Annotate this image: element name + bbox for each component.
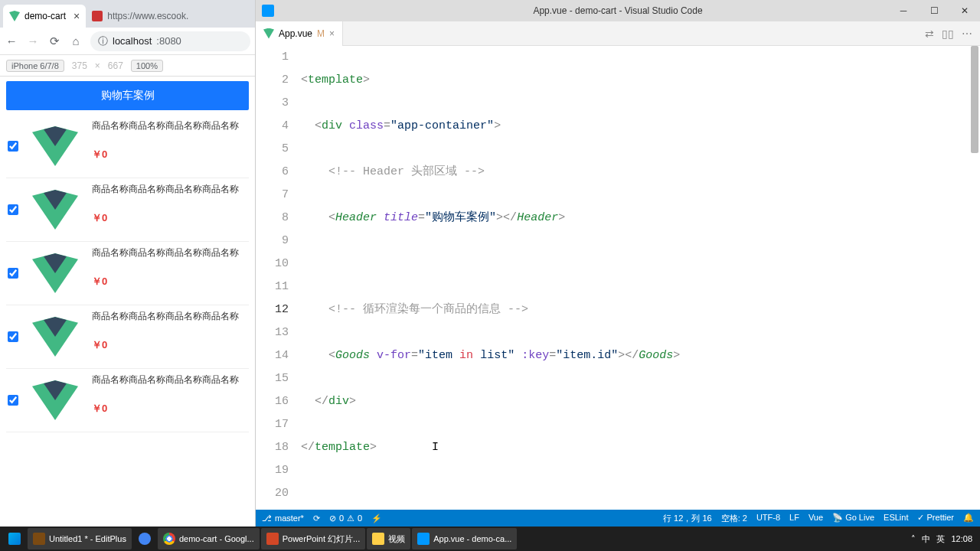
vue-logo-icon	[32, 253, 78, 293]
chrome-browser: demo-cart × https://www.escook. ← → ⟳ ⌂ …	[0, 0, 256, 527]
system-tray[interactable]: ˄ 中 英 12:08	[911, 533, 977, 545]
cart-item: 商品名称商品名称商品名称商品名称￥0	[6, 242, 249, 305]
item-checkbox[interactable]	[8, 268, 18, 279]
item-thumb	[24, 183, 86, 236]
ime-mode[interactable]: 英	[936, 533, 945, 545]
eol[interactable]: LF	[789, 513, 799, 524]
item-name: 商品名称商品名称商品名称商品名称	[92, 119, 247, 132]
preview-viewport[interactable]: 购物车案例 商品名称商品名称商品名称商品名称￥0 商品名称商品名称商品名称商品名…	[0, 77, 255, 527]
more-icon[interactable]: ⋯	[962, 28, 972, 40]
chrome-icon	[163, 533, 175, 545]
cart-item: 商品名称商品名称商品名称商品名称￥0	[6, 178, 249, 242]
vue-logo-icon	[32, 190, 78, 230]
cart-item: 商品名称商品名称商品名称商品名称￥0	[6, 369, 249, 432]
ime-indicator[interactable]: 中	[922, 533, 930, 545]
browser-tab-bar: demo-cart × https://www.escook.	[0, 0, 255, 28]
browser-toolbar: ← → ⟳ ⌂ ⓘ localhost:8080	[0, 28, 255, 55]
viewport-height: 667	[108, 60, 123, 71]
info-icon: ⓘ	[98, 34, 108, 48]
problems[interactable]: ⊘0 ⚠0	[329, 514, 362, 523]
code-editor[interactable]: 123456789101112131415161718192021 <templ…	[256, 46, 980, 527]
app-icon	[139, 533, 151, 545]
vscode-titlebar: App.vue - demo-cart - Visual Studio Code…	[256, 0, 980, 21]
vue-logo-icon	[32, 317, 78, 357]
error-icon: ⊘	[329, 514, 336, 523]
tab-title: https://www.escook.	[107, 11, 188, 21]
vue-logo-icon	[32, 380, 78, 420]
notifications-icon[interactable]: 🔔	[963, 513, 974, 524]
item-name: 商品名称商品名称商品名称商品名称	[92, 310, 247, 323]
compare-icon[interactable]: ⇄	[925, 28, 934, 40]
maximize-button[interactable]: ☐	[919, 0, 949, 21]
item-checkbox[interactable]	[8, 395, 18, 406]
vue-icon	[9, 11, 20, 21]
split-icon[interactable]: ▯▯	[942, 28, 954, 40]
editplus-icon	[33, 533, 45, 545]
item-name: 商品名称商品名称商品名称商品名称	[92, 183, 247, 196]
vscode-window: App.vue - demo-cart - Visual Studio Code…	[256, 0, 980, 527]
item-price: ￥0	[92, 402, 247, 416]
tray-chevron-icon[interactable]: ˄	[911, 534, 916, 544]
url-host: localhost	[113, 35, 152, 47]
close-icon[interactable]: ×	[74, 10, 80, 22]
reload-button[interactable]: ⟳	[47, 34, 61, 48]
editor-scrollbar[interactable]	[971, 46, 978, 153]
browser-tab-active[interactable]: demo-cart ×	[3, 5, 86, 28]
taskbar-app[interactable]: PowerPoint 幻灯片...	[261, 528, 365, 549]
zoom-select[interactable]: 100%	[131, 60, 163, 72]
clock[interactable]: 12:08	[951, 534, 972, 543]
taskbar-app[interactable]: demo-cart - Googl...	[158, 528, 260, 549]
item-name: 商品名称商品名称商品名称商品名称	[92, 373, 247, 386]
browser-tab[interactable]: https://www.escook.	[86, 5, 194, 28]
item-name: 商品名称商品名称商品名称商品名称	[92, 246, 247, 259]
go-live[interactable]: 📡 Go Live	[832, 513, 874, 524]
branch-icon: ⎇	[262, 514, 272, 523]
sync-button[interactable]: ⟳	[313, 514, 320, 523]
prettier-status[interactable]: ✓ Prettier	[917, 513, 954, 524]
vscode-icon	[262, 5, 274, 17]
port-icon[interactable]: ⚡	[371, 514, 382, 523]
taskbar-app[interactable]	[133, 528, 156, 549]
git-branch[interactable]: ⎇master*	[262, 514, 304, 523]
cart-item: 商品名称商品名称商品名称商品名称￥0	[6, 305, 249, 369]
folder-icon	[372, 533, 384, 545]
item-thumb	[24, 246, 86, 300]
taskbar-app[interactable]: Untitled1 * - EditPlus	[28, 528, 132, 549]
cart-item: 商品名称商品名称商品名称商品名称￥0	[6, 115, 249, 178]
address-bar[interactable]: ⓘ localhost:8080	[90, 31, 250, 51]
encoding[interactable]: UTF-8	[756, 513, 780, 524]
taskbar-app[interactable]: App.vue - demo-ca...	[412, 528, 517, 549]
editor-tab-active[interactable]: App.vue M ×	[256, 21, 343, 46]
line-gutter: 123456789101112131415161718192021	[256, 46, 298, 527]
tab-title: demo-cart	[24, 11, 66, 21]
item-checkbox[interactable]	[8, 141, 18, 152]
times-icon: ×	[95, 60, 100, 71]
close-icon[interactable]: ×	[329, 28, 335, 39]
item-price: ￥0	[92, 211, 247, 225]
minimize-button[interactable]: ─	[888, 0, 919, 21]
warning-icon: ⚠	[347, 514, 354, 523]
device-select[interactable]: iPhone 6/7/8	[6, 60, 64, 72]
vscode-statusbar: ⎇master* ⟳ ⊘0 ⚠0 ⚡ 行 12，列 16 空格: 2 UTF-8…	[256, 510, 980, 527]
editor-actions: ⇄ ▯▯ ⋯	[925, 28, 980, 40]
eslint-status[interactable]: ESLint	[884, 513, 908, 524]
vue-icon	[263, 28, 274, 39]
code-content[interactable]: <template> <div class="app-container"> <…	[298, 46, 980, 527]
windows-icon	[8, 533, 21, 545]
start-button[interactable]	[3, 528, 26, 549]
item-checkbox[interactable]	[8, 331, 18, 342]
taskbar-app[interactable]: 视频	[367, 528, 410, 549]
item-checkbox[interactable]	[8, 204, 18, 215]
home-button[interactable]: ⌂	[69, 34, 83, 48]
windows-taskbar: Untitled1 * - EditPlus demo-cart - Googl…	[0, 527, 980, 551]
close-button[interactable]: ✕	[949, 0, 980, 21]
cursor-position[interactable]: 行 12，列 16	[663, 513, 712, 524]
window-title: App.vue - demo-cart - Visual Studio Code	[533, 5, 702, 16]
forward-button[interactable]: →	[26, 34, 40, 48]
item-price: ￥0	[92, 275, 247, 289]
back-button[interactable]: ←	[5, 34, 18, 48]
vue-logo-icon	[32, 126, 78, 166]
indent[interactable]: 空格: 2	[721, 513, 747, 524]
item-price: ￥0	[92, 148, 247, 161]
language-mode[interactable]: Vue	[808, 513, 823, 524]
